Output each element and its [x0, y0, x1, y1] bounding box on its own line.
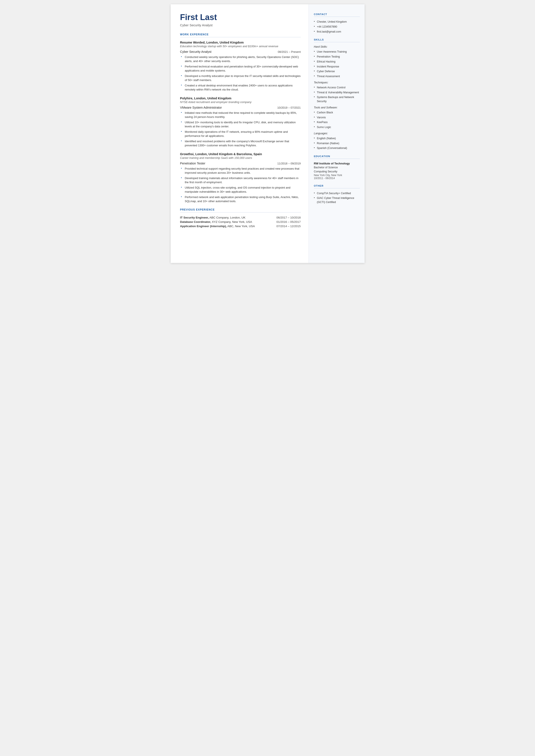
language-1: English (Native)	[314, 136, 360, 141]
bullet-pentester-3: Utilized SQL injection, cross-site scrip…	[181, 185, 301, 194]
prev-exp-rest-2: XYZ Company, New York, USA	[211, 220, 252, 223]
languages-list: English (Native) Romanian (Native) Spani…	[314, 136, 360, 150]
bullet-list-csa: Conducted weekly security operations for…	[180, 55, 301, 92]
previous-experience-heading: PREVIOUS EXPERIENCE	[180, 208, 301, 212]
prev-exp-date-2: 01/2016 – 05/2017	[276, 220, 301, 223]
technique-3: Systems Backups and Network Security	[314, 95, 360, 103]
company-bold-polyhire: Polyhire,	[180, 97, 193, 100]
contact-heading: CONTACT	[314, 13, 360, 17]
job-dates-vmware: 10/2019 – 07/2021	[277, 106, 300, 109]
hard-skills-list: User Awareness Training Penetration Test…	[314, 50, 360, 78]
bullet-vmware-2: Utilized 10+ monitoring tools to identif…	[181, 120, 301, 129]
bullet-vmware-1: Initiated new methods that reduced the t…	[181, 111, 301, 119]
work-experience-section: WORK EXPERIENCE Resume Worded, London, U…	[180, 33, 301, 204]
hard-skills-label: Hard Skills:	[314, 45, 360, 48]
contact-list: Chester, United Kingdom +44 1234567890 f…	[314, 20, 360, 34]
prev-exp-label-2: Database Coordinator, XYZ Company, New Y…	[180, 220, 272, 223]
company-bold-resume-worded: Resume Worded,	[180, 41, 206, 44]
candidate-name: First Last	[180, 13, 301, 22]
other-list: CompTIA Security+ Certified GIAC Cyber T…	[314, 191, 360, 204]
bullet-vmware-4: Identified and resolved problems with th…	[181, 139, 301, 148]
contact-email: first.last@gmail.com	[314, 30, 360, 34]
company-block-resume-worded: Resume Worded, London, United Kingdom Ed…	[180, 41, 301, 92]
sidebar-column: CONTACT Chester, United Kingdom +44 1234…	[309, 4, 365, 263]
prev-exp-row-1: IT Security Engineer, ABC Company, Londo…	[180, 216, 301, 219]
education-section: EDUCATION RW Institute of Technology Bac…	[314, 155, 360, 180]
bullet-pentester-2: Developed training materials about infor…	[181, 176, 301, 184]
tools-list: Carbon Black Varonis KeePass Sumo Logic	[314, 111, 360, 129]
bullet-csa-1: Conducted weekly security operations for…	[181, 55, 301, 63]
job-title-csa: Cyber Security Analyst	[180, 50, 211, 53]
languages-label: Languages:	[314, 132, 360, 135]
prev-exp-date-3: 07/2014 – 12/2015	[276, 225, 301, 228]
tool-2: Varonis	[314, 116, 360, 120]
language-2: Romanian (Native)	[314, 141, 360, 146]
contact-phone: +44 1234567890	[314, 25, 360, 29]
bullet-pentester-1: Provided technical support regarding sec…	[181, 167, 301, 175]
company-block-polyhire: Polyhire, London, United Kingdom NYSE-li…	[180, 97, 301, 148]
techniques-label: Techniques:	[314, 81, 360, 84]
techniques-list: Network Access Control Threat & Vulnerab…	[314, 86, 360, 103]
education-block-1: RW Institute of Technology Bachelor of S…	[314, 162, 360, 180]
company-rest-resume-worded: London, United Kingdom	[206, 41, 244, 44]
company-rest-polyhire: London, United Kingdom	[193, 97, 231, 100]
prev-exp-label-1: IT Security Engineer, ABC Company, Londo…	[180, 216, 272, 219]
company-desc-growthsi: Career training and membership SaaS with…	[180, 156, 301, 159]
hard-skill-1: User Awareness Training	[314, 50, 360, 54]
job-dates-pentester: 11/2018 – 09/2019	[277, 162, 300, 165]
tool-1: Carbon Black	[314, 111, 360, 115]
technique-2: Threat & Vulnerability Management	[314, 91, 360, 95]
resume-container: First Last Cyber Security Analyst WORK E…	[171, 4, 365, 263]
hard-skill-2: Penetration Testing	[314, 55, 360, 59]
other-cert-1: CompTIA Security+ Certified	[314, 191, 360, 195]
bullet-list-pentester: Provided technical support regarding sec…	[180, 167, 301, 204]
skills-heading: SKILLS	[314, 38, 360, 42]
job-title-vmware: VMware System Administrator	[180, 106, 222, 109]
edu-degree-1: Bachelor of Science	[314, 165, 360, 170]
language-3: Spanish (Conversational)	[314, 146, 360, 150]
bullet-csa-4: Created a virtual desktop environment th…	[181, 83, 301, 92]
contact-section: CONTACT Chester, United Kingdom +44 1234…	[314, 13, 360, 34]
company-name-resume-worded: Resume Worded, London, United Kingdom	[180, 41, 301, 44]
job-title-pentester: Penetration Tester	[180, 162, 205, 165]
company-desc-resume-worded: Education technology startup with 50+ em…	[180, 44, 301, 48]
hard-skill-5: Cyber Defense	[314, 70, 360, 73]
job-dates-csa: 08/2021 – Present	[278, 50, 300, 53]
prev-exp-bold-1: IT Security Engineer,	[180, 216, 209, 219]
company-desc-polyhire: NYSE-listed recruitment and employer bra…	[180, 100, 301, 104]
company-block-growthsi: Growthsi, London, United Kingdom & Barce…	[180, 153, 301, 204]
bullet-pentester-4: Performed network and web application pe…	[181, 195, 301, 204]
prev-exp-rest-3: ABC, New York, USA	[227, 225, 255, 228]
education-heading: EDUCATION	[314, 155, 360, 159]
edu-field-1: Computing Security	[314, 170, 360, 174]
prev-exp-rest-1: ABC Company, London, UK	[209, 216, 245, 219]
job-row-csa: Cyber Security Analyst 08/2021 – Present	[180, 50, 301, 53]
edu-dates-1: 10/2011 - 06/2014	[314, 177, 360, 180]
hard-skill-4: Incident Response	[314, 65, 360, 69]
candidate-title: Cyber Security Analyst	[180, 23, 301, 27]
prev-exp-bold-2: Database Coordinator,	[180, 220, 211, 223]
company-name-growthsi: Growthsi, London, United Kingdom & Barce…	[180, 153, 301, 156]
bullet-csa-2: Performed technical evaluation and penet…	[181, 65, 301, 73]
other-cert-2: GIAC Cyber Threat Intelligence (GCTI) Ce…	[314, 196, 360, 204]
bullet-csa-3: Developed a monthly education plan to im…	[181, 74, 301, 82]
company-name-polyhire: Polyhire, London, United Kingdom	[180, 97, 301, 100]
edu-location-1: New York City, New York	[314, 174, 360, 177]
technique-1: Network Access Control	[314, 86, 360, 90]
skills-section: SKILLS Hard Skills: User Awareness Train…	[314, 38, 360, 150]
main-column: First Last Cyber Security Analyst WORK E…	[171, 4, 309, 263]
previous-experience-section: PREVIOUS EXPERIENCE IT Security Engineer…	[180, 208, 301, 228]
hard-skill-6: Threat Assessment	[314, 74, 360, 78]
hard-skill-3: Ethical Hacking	[314, 60, 360, 64]
prev-exp-date-1: 06/2017 – 10/2018	[276, 216, 301, 219]
bullet-vmware-3: Monitored daily operations of the IT net…	[181, 130, 301, 138]
tool-3: KeePass	[314, 120, 360, 124]
contact-location: Chester, United Kingdom	[314, 20, 360, 24]
company-bold-growthsi: Growthsi,	[180, 153, 195, 156]
bullet-list-vmware: Initiated new methods that reduced the t…	[180, 111, 301, 148]
prev-exp-bold-3: Application Engineer (Internship),	[180, 225, 227, 228]
prev-exp-label-3: Application Engineer (Internship), ABC, …	[180, 225, 272, 228]
job-row-pentester: Penetration Tester 11/2018 – 09/2019	[180, 162, 301, 165]
previous-experience-table: IT Security Engineer, ABC Company, Londo…	[180, 216, 301, 228]
other-section: OTHER CompTIA Security+ Certified GIAC C…	[314, 184, 360, 204]
